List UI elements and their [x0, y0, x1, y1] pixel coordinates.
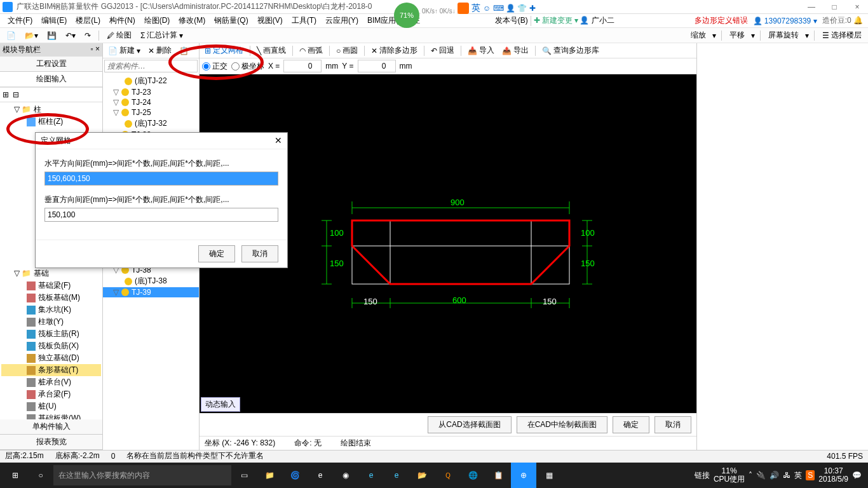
save-button[interactable]: 💾: [44, 30, 59, 41]
tree-item[interactable]: 独立基础(D): [1, 352, 101, 364]
import-button[interactable]: 📥 导入: [465, 44, 497, 57]
tree-collapse-icon[interactable]: ⊟: [13, 90, 19, 99]
cortana-icon[interactable]: ○: [28, 463, 53, 488]
close-button[interactable]: ×: [849, 3, 865, 11]
h-spacing-input[interactable]: 150,600,150: [44, 172, 278, 186]
export-button[interactable]: 📤 导出: [499, 44, 531, 57]
start-button[interactable]: ⊞: [3, 463, 28, 488]
from-cad-button[interactable]: 从CAD选择截面图: [428, 416, 511, 433]
define-grid-button[interactable]: ⊞ 定义网格: [202, 44, 246, 57]
sum-calc-button[interactable]: Σ 汇总计算 ▾: [138, 29, 186, 41]
menu-view[interactable]: 视图(V): [254, 14, 287, 27]
tray-power-icon[interactable]: 🔌: [756, 471, 766, 480]
tree-item[interactable]: 承台梁(F): [1, 388, 101, 400]
tb-app-8[interactable]: Ｑ: [435, 463, 460, 488]
undo-button[interactable]: ↶▾: [63, 30, 78, 41]
tray-notif-icon[interactable]: 💬: [852, 471, 862, 480]
tab-project-settings[interactable]: 工程设置: [0, 57, 102, 72]
tree-item[interactable]: 筏板基础(M): [1, 292, 101, 304]
rotate-button[interactable]: 屏幕旋转: [766, 29, 801, 41]
component-item[interactable]: ▽ TJ-25: [103, 107, 199, 118]
tree-expand-icon[interactable]: ⊞: [3, 90, 9, 99]
account-label[interactable]: 👤 13907298339 ▾: [753, 17, 817, 25]
dialog-close-button[interactable]: ✕: [275, 135, 282, 146]
in-cad-button[interactable]: 在CAD中绘制截面图: [517, 416, 607, 433]
tree-item[interactable]: 集水坑(K): [1, 304, 101, 316]
tray-vol-icon[interactable]: 🔊: [770, 471, 779, 480]
tb-clock[interactable]: 10:372018/5/9: [818, 467, 848, 484]
version-label[interactable]: 发本号(B): [495, 15, 528, 26]
canvas-cancel-button[interactable]: 取消: [654, 416, 691, 433]
tree-column[interactable]: ▽ 📁 柱: [1, 104, 101, 116]
component-item[interactable]: (底)TJ-38: [103, 275, 199, 287]
canvas-ok-button[interactable]: 确定: [613, 416, 649, 433]
menu-component[interactable]: 构件(N): [105, 14, 139, 27]
delete-component-button[interactable]: ✕ 删除: [146, 44, 174, 57]
tb-app-11[interactable]: ⊕: [511, 463, 536, 488]
v-spacing-input[interactable]: [44, 208, 278, 222]
tree-item[interactable]: 基础板带(W): [1, 412, 101, 419]
tray-ime-icon[interactable]: 英: [794, 470, 802, 481]
tb-app-2[interactable]: 🌀: [282, 463, 308, 488]
tb-app-3[interactable]: e: [308, 463, 333, 488]
x-input[interactable]: [283, 60, 322, 72]
dynamic-input-button[interactable]: 动态输入: [201, 397, 240, 412]
minimize-button[interactable]: —: [803, 3, 820, 11]
tree-item[interactable]: 筏板负筋(X): [1, 340, 101, 352]
component-item[interactable]: (底)TJ-32: [103, 118, 199, 130]
menu-floor[interactable]: 楼层(L): [72, 14, 104, 27]
tab-draw-input[interactable]: 绘图输入: [0, 72, 102, 88]
tray-up-icon[interactable]: ˄: [749, 471, 752, 480]
component-item[interactable]: (底)TJ-22: [103, 75, 199, 87]
tab-report-preview[interactable]: 报表预览: [0, 435, 102, 450]
tray-sogou-icon[interactable]: S: [806, 470, 815, 480]
dialog-ok-button[interactable]: 确定: [198, 245, 235, 262]
menu-edit[interactable]: 编辑(E): [37, 14, 71, 27]
component-item[interactable]: ▽ TJ-23: [103, 87, 199, 97]
cpu-widget[interactable]: 11%CPU使用: [714, 467, 745, 484]
tb-app-10[interactable]: 📋: [485, 463, 511, 488]
user-button[interactable]: 👤 广小二: [580, 15, 614, 26]
zoom-button[interactable]: 缩放: [688, 29, 709, 41]
tb-app-12[interactable]: ▦: [536, 463, 562, 488]
tree-item[interactable]: 柱墩(Y): [1, 316, 101, 328]
tree-item[interactable]: 桩(U): [1, 400, 101, 412]
menu-file[interactable]: 文件(F): [4, 14, 36, 27]
tb-app-6[interactable]: e: [384, 463, 409, 488]
clear-polygon-button[interactable]: ✕ 清除多边形: [369, 44, 420, 57]
tree-item[interactable]: 筏板主筋(R): [1, 328, 101, 340]
draw-arc-button[interactable]: ◠ 画弧: [297, 44, 325, 57]
redo-button[interactable]: ↷: [82, 30, 93, 41]
tb-app-4[interactable]: ◉: [333, 463, 358, 488]
menu-cloud[interactable]: 云应用(Y): [322, 14, 362, 27]
menu-draw[interactable]: 绘图(D): [140, 14, 174, 27]
menu-rebar[interactable]: 钢筋量(Q): [210, 14, 252, 27]
tb-app-1[interactable]: 📁: [257, 463, 282, 488]
tree-frame-column[interactable]: 框柱(Z): [1, 116, 101, 128]
pan-button[interactable]: 平移: [727, 29, 747, 41]
open-button[interactable]: 📂▾: [22, 30, 41, 41]
menu-tools[interactable]: 工具(T): [288, 14, 320, 27]
draw-line-button[interactable]: ╲ 画直线: [254, 44, 288, 57]
tray-net-icon[interactable]: 🖧: [783, 471, 790, 480]
y-input[interactable]: [358, 60, 396, 72]
tb-app-9[interactable]: 🌐: [460, 463, 485, 488]
tb-link[interactable]: 链接: [695, 470, 710, 481]
tab-single-input[interactable]: 单构件输入: [0, 419, 102, 435]
query-polygon-button[interactable]: 🔍 查询多边形库: [539, 44, 602, 57]
new-component-button[interactable]: 📄 新建 ▾: [105, 44, 143, 57]
copy-button[interactable]: 📋: [177, 44, 191, 57]
back-button[interactable]: ↶ 回退: [428, 44, 457, 57]
ortho-radio[interactable]: 正交: [202, 61, 227, 72]
tb-app-5[interactable]: e: [358, 463, 384, 488]
select-floor-button[interactable]: ☰ 选择楼层: [820, 29, 864, 41]
tree-foundation[interactable]: ▽ 📁 基础: [1, 268, 101, 280]
tree-item[interactable]: 桩承台(V): [1, 376, 101, 388]
component-item[interactable]: ▽ TJ-39: [103, 287, 199, 297]
taskbar-search[interactable]: 在这里输入你要搜索的内容: [53, 465, 231, 485]
draw-circle-button[interactable]: ○ 画圆: [334, 44, 360, 57]
task-view-icon[interactable]: ▭: [231, 463, 257, 488]
menu-modify[interactable]: 修改(M): [175, 14, 209, 27]
dialog-cancel-button[interactable]: 取消: [241, 245, 278, 262]
maximize-button[interactable]: □: [826, 3, 843, 11]
